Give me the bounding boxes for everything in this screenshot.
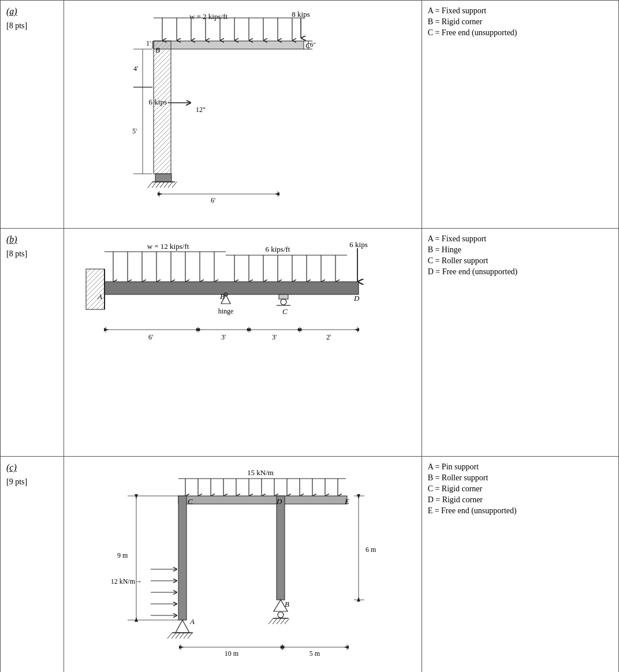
label-A-c: A bbox=[189, 617, 195, 626]
svg-line-20 bbox=[148, 182, 152, 188]
dim-1ft-label-a: 1' bbox=[146, 39, 151, 47]
horiz-beam-a bbox=[154, 41, 304, 49]
dim-9m-label-c: 9 m bbox=[117, 551, 128, 559]
dist-load-label-c: 15 kN/m bbox=[247, 468, 274, 477]
point-load-label-a: 8 kips bbox=[292, 10, 310, 18]
svg-line-98 bbox=[188, 633, 192, 639]
dist-load2-label-b: 6 kips/ft bbox=[265, 245, 290, 253]
svg-marker-85 bbox=[135, 494, 138, 499]
label-C-c: C bbox=[188, 497, 193, 506]
dist-load-arrows-a bbox=[154, 18, 304, 40]
label-B-a: B bbox=[155, 46, 160, 54]
svg-diagram-a: w = 2 kips/ft 8 kips bbox=[70, 6, 405, 220]
dim-3ft-b1: 3' bbox=[221, 333, 226, 341]
roller-box-b bbox=[279, 294, 288, 299]
svg-line-97 bbox=[184, 633, 188, 639]
point-load-label-b: 6 kips bbox=[349, 240, 367, 249]
svg-line-93 bbox=[167, 633, 172, 639]
vert-col-right-c bbox=[277, 496, 285, 600]
svg-diagram-c: 15 kN/m bbox=[70, 462, 405, 672]
dim-5m-label-c: 5 m bbox=[310, 649, 320, 658]
legend-c-2: C = Rigid corner bbox=[428, 484, 613, 494]
svg-marker-107 bbox=[179, 645, 184, 649]
label-E-c: E bbox=[344, 497, 349, 506]
label-A-b: A bbox=[97, 292, 102, 301]
legend-c: A = Pin support B = Roller support C = R… bbox=[422, 457, 618, 673]
legend-c-0: A = Pin support bbox=[428, 462, 613, 472]
fixed-wall-b bbox=[86, 269, 105, 309]
svg-marker-30 bbox=[158, 192, 162, 196]
part-label-a: (a) bbox=[6, 6, 58, 17]
svg-line-24 bbox=[164, 182, 169, 188]
horiz-beam-c bbox=[178, 496, 347, 504]
pts-label-a: [8 pts] bbox=[6, 21, 58, 31]
svg-marker-81 bbox=[357, 597, 360, 602]
legend-b-0: A = Fixed support bbox=[428, 234, 613, 244]
label-c: (c) [9 pts] bbox=[1, 457, 64, 673]
pin-support-a-c bbox=[176, 620, 189, 633]
svg-line-21 bbox=[152, 182, 156, 188]
svg-line-102 bbox=[277, 618, 281, 624]
legend-b-2: C = Roller support bbox=[428, 256, 613, 266]
legend-b-1: B = Hinge bbox=[428, 245, 613, 255]
beam-b bbox=[105, 282, 359, 294]
label-B-c: B bbox=[285, 600, 289, 608]
legend-c-3: D = Rigid corner bbox=[428, 495, 613, 505]
diagram-a: w = 2 kips/ft 8 kips bbox=[64, 1, 422, 229]
dim-2ft-b: 2' bbox=[326, 333, 331, 341]
legend-b: A = Fixed support B = Hinge C = Roller s… bbox=[422, 229, 618, 457]
hinge-label-b: hinge bbox=[218, 307, 233, 315]
dim-3ft-b2: 3' bbox=[272, 333, 277, 341]
dim-5ft-label-a: 5' bbox=[132, 127, 137, 135]
label-D-c: D bbox=[276, 497, 282, 506]
svg-line-104 bbox=[285, 618, 289, 624]
dim-10m-label-c: 10 m bbox=[225, 649, 239, 658]
label-C-b: C bbox=[282, 307, 288, 316]
dim-12in-label-a: 12" bbox=[196, 106, 206, 114]
dist-load-arrows-b-left bbox=[113, 252, 214, 282]
dist-load-label-b: w = 12 kips/ft bbox=[147, 242, 189, 251]
dim-6ft-b: 6' bbox=[148, 333, 153, 341]
label-a: (a) [8 pts] bbox=[1, 1, 64, 229]
svg-marker-56 bbox=[104, 328, 109, 331]
part-label-b: (b) bbox=[6, 234, 58, 245]
svg-marker-112 bbox=[344, 645, 349, 649]
pts-label-b: [8 pts] bbox=[6, 249, 58, 259]
pts-label-c: [9 pts] bbox=[6, 477, 58, 487]
svg-line-23 bbox=[160, 182, 165, 188]
svg-line-94 bbox=[171, 633, 176, 639]
legend-c-4: E = Free end (unsupported) bbox=[428, 506, 613, 516]
dim-6ft-label-a: 6' bbox=[211, 196, 215, 204]
legend-b-3: D = Free end (unsupported) bbox=[428, 267, 613, 277]
horiz-load-label-c: 12 kN/m→ bbox=[110, 577, 141, 585]
legend-a-0: A = Fixed support bbox=[428, 6, 613, 16]
roller-circle-b-c bbox=[278, 612, 284, 618]
horiz-load-label-a: 6 kips bbox=[148, 98, 166, 106]
svg-line-26 bbox=[172, 182, 177, 188]
svg-line-95 bbox=[176, 633, 180, 639]
svg-line-101 bbox=[273, 618, 277, 624]
svg-marker-31 bbox=[275, 192, 279, 196]
dist-load-arrows-c bbox=[185, 479, 338, 496]
svg-line-96 bbox=[180, 633, 184, 639]
legend-a-1: B = Rigid corner bbox=[428, 17, 613, 27]
legend-a-2: C = Free end (unsupported) bbox=[428, 28, 613, 38]
label-b: (b) [8 pts] bbox=[1, 229, 64, 457]
dim-4ft-label-a: 4' bbox=[133, 65, 138, 73]
label-D-b: D bbox=[353, 294, 360, 303]
svg-marker-86 bbox=[135, 617, 138, 622]
dim-6m-label-c: 6 m bbox=[366, 546, 376, 554]
svg-line-22 bbox=[156, 182, 161, 188]
dist-load-arrows-b-right bbox=[234, 255, 335, 282]
vert-col-left-c bbox=[178, 496, 187, 620]
svg-line-25 bbox=[168, 182, 173, 188]
dist-load-label-a: w = 2 kips/ft bbox=[189, 12, 228, 21]
diagram-b: w = 12 kips/ft 6 kips/ft 6 kips bbox=[64, 229, 422, 457]
legend-c-1: B = Roller support bbox=[428, 473, 613, 483]
svg-marker-63 bbox=[355, 328, 359, 331]
part-label-c: (c) bbox=[6, 462, 58, 473]
legend-a: A = Fixed support B = Rigid corner C = F… bbox=[422, 1, 618, 229]
vert-beam-a bbox=[154, 41, 171, 174]
label-B-b: B bbox=[220, 292, 225, 301]
svg-marker-80 bbox=[357, 494, 360, 499]
